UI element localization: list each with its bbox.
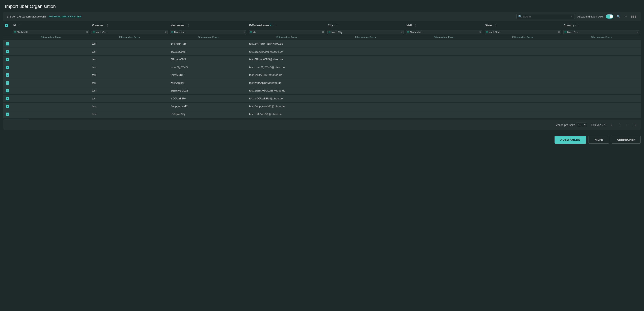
col-menu-mail[interactable]: ⋮ [414, 24, 417, 27]
filter-cell-state: ☷ ✕ [484, 29, 562, 35]
filter-active-icon-email[interactable]: ▼ [270, 24, 272, 26]
col-label-mail: Mail [406, 24, 412, 27]
filter-input-vorname[interactable] [96, 31, 164, 34]
next-page-button[interactable]: › [625, 123, 629, 127]
sort-icon-id[interactable]: ↕ [17, 24, 18, 26]
filter-cell-checkbox [3, 29, 12, 35]
filter-input-city[interactable] [332, 31, 400, 34]
cell-email-2: test-ZR_lab-CNS@xitroo.de [248, 55, 326, 63]
cell-city-0 [326, 40, 405, 48]
sort-icon-mail[interactable]: ↕ [412, 24, 414, 26]
data-table-wrapper: Id ↕ ⋮ Vorname ↕ ⋮ N [3, 21, 641, 120]
prev-page-button[interactable]: ‹ [618, 123, 622, 127]
cell-mail-8 [405, 102, 484, 110]
row-checkbox-cell-3[interactable] [3, 63, 12, 71]
row-checkbox-2[interactable] [6, 58, 9, 61]
col-menu-state[interactable]: ⋮ [494, 24, 497, 27]
cell-id-1 [12, 48, 90, 56]
filter-clear-nachname[interactable]: ✕ [244, 31, 245, 33]
cell-id-0 [12, 40, 90, 48]
sort-icon-email[interactable]: ↓ [273, 24, 274, 26]
filter-input-mail[interactable] [410, 31, 478, 34]
cell-id-2 [12, 55, 90, 63]
col-menu-city[interactable]: ⋮ [336, 24, 338, 27]
sort-icon-state[interactable]: ↕ [492, 24, 494, 26]
help-button[interactable]: HILFE [588, 136, 609, 144]
rows-per-page-select[interactable]: 10 25 50 100 [576, 123, 587, 127]
cell-email-7: test-z-D5UaBjRe@xitroo.de [248, 95, 326, 103]
sort-icon-city[interactable]: ↕ [334, 24, 335, 26]
row-checkbox-cell-9[interactable] [3, 110, 12, 118]
last-page-button[interactable]: ⇥ [632, 123, 637, 127]
row-checkbox-8[interactable] [6, 105, 9, 108]
filter-input-id[interactable] [17, 31, 85, 34]
col-header-email: E-Mail-Adresse ▼ ↓ ⋮ [248, 21, 326, 29]
filter-input-country[interactable] [567, 31, 636, 34]
filter-input-email[interactable] [253, 31, 321, 34]
row-checkbox-cell-6[interactable] [3, 87, 12, 95]
row-checkbox-cell-1[interactable] [3, 48, 12, 56]
filter-clear-email[interactable]: ✕ [322, 31, 324, 33]
first-page-button[interactable]: ⇤ [610, 123, 615, 127]
row-checkbox-3[interactable] [6, 66, 9, 69]
cell-country-2 [562, 55, 641, 63]
row-checkbox-cell-2[interactable] [3, 55, 12, 63]
row-checkbox-4[interactable] [6, 73, 9, 77]
all-filter-toggle[interactable] [606, 14, 613, 18]
select-all-header[interactable] [3, 21, 12, 29]
cell-vorname-7: test [90, 95, 169, 103]
filter-cell-city: ☷ ✕ [326, 29, 405, 35]
row-checkbox-7[interactable] [6, 97, 9, 100]
filter-prefix-city: ☷ [328, 31, 330, 33]
cell-mail-4 [405, 71, 484, 79]
sort-icon-nachname[interactable]: ↕ [185, 24, 186, 26]
reset-selection-button[interactable]: AUSWAHL ZURÜCKSETZEN [48, 15, 82, 18]
filter-clear-city[interactable]: ✕ [400, 31, 402, 33]
row-checkbox-cell-4[interactable] [3, 71, 12, 79]
page-info: 1-10 von 278 [590, 123, 606, 127]
sort-icon-vorname[interactable]: ↕ [104, 24, 105, 26]
filter-clear-state[interactable]: ✕ [558, 31, 560, 33]
cancel-button[interactable]: ABBRECHEN [612, 136, 641, 144]
row-checkbox-cell-8[interactable] [3, 102, 12, 110]
col-header-state: State ↕ ⋮ [484, 21, 562, 29]
filter-cell-vorname: ☷ ✕ [90, 29, 169, 35]
columns-toolbar-icon[interactable]: ▮▮▮ [630, 14, 637, 19]
col-menu-email[interactable]: ⋮ [275, 24, 277, 27]
filter-clear-mail[interactable]: ✕ [479, 31, 481, 33]
page-title: Import über Organisation [0, 0, 644, 12]
row-checkbox-5[interactable] [6, 81, 9, 85]
row-checkbox-0[interactable] [6, 42, 9, 45]
row-checkbox-6[interactable] [6, 89, 9, 92]
row-checkbox-cell-7[interactable] [3, 95, 12, 103]
search-toolbar-icon[interactable]: 🔍 [616, 14, 622, 19]
col-menu-nachname[interactable]: ⋮ [187, 24, 190, 27]
filter-toolbar-icon[interactable]: ▿ [624, 14, 628, 19]
select-button[interactable]: AUSWÄHLEN [554, 136, 586, 144]
select-all-checkbox[interactable] [5, 24, 8, 27]
filter-clear-vorname[interactable]: ✕ [165, 31, 167, 33]
col-menu-id[interactable]: ⋮ [18, 24, 21, 27]
scrollbar-track[interactable] [3, 118, 641, 120]
row-checkbox-cell-0[interactable] [3, 40, 12, 48]
filter-input-nachname[interactable] [174, 31, 242, 34]
cell-city-3 [326, 63, 405, 71]
cell-city-1 [326, 48, 405, 56]
col-header-vorname: Vorname ↕ ⋮ [90, 21, 169, 29]
filter-clear-country[interactable]: ✕ [636, 31, 638, 33]
sort-icon-country[interactable]: ↕ [575, 24, 576, 26]
filter-input-state[interactable] [489, 31, 557, 34]
row-checkbox-1[interactable] [6, 50, 9, 53]
search-clear-icon[interactable]: ✕ [571, 15, 573, 18]
search-input[interactable] [523, 15, 570, 18]
scrollbar-thumb[interactable] [4, 119, 29, 119]
cell-city-5 [326, 79, 405, 87]
filtermode-cell-email: Filtermodus: Fuzzy [248, 35, 326, 40]
cell-id-7 [12, 95, 90, 103]
col-menu-country[interactable]: ⋮ [577, 24, 579, 27]
row-checkbox-9[interactable] [6, 113, 9, 116]
col-menu-vorname[interactable]: ⋮ [106, 24, 109, 27]
filter-clear-id[interactable]: ✕ [86, 31, 88, 33]
row-checkbox-cell-5[interactable] [3, 79, 12, 87]
filter-prefix-country: ☷ [564, 31, 566, 33]
